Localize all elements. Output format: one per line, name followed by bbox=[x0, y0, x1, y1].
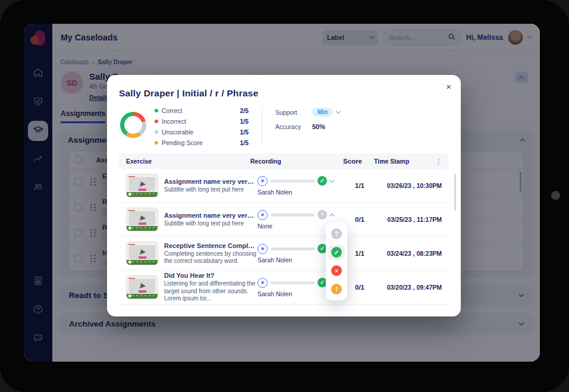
chevron-down-icon[interactable] bbox=[329, 177, 334, 182]
score-value: 0/1 bbox=[347, 216, 373, 223]
table-header: Exercise Recording Score Time Stamp ⋮ bbox=[119, 153, 449, 169]
status-option-pending[interactable]: ! bbox=[328, 282, 345, 296]
legend-dot bbox=[155, 109, 158, 112]
timestamp: 03/24/23 , 08:23PM bbox=[373, 250, 442, 257]
score-status-dropdown: ? ✓ × ! bbox=[326, 222, 347, 300]
status-option-correct[interactable]: ✓ bbox=[328, 245, 345, 259]
close-icon[interactable]: × bbox=[446, 82, 451, 91]
support-label: Support bbox=[275, 109, 312, 116]
play-button[interactable] bbox=[257, 278, 268, 288]
accuracy-value: 50% bbox=[312, 123, 325, 130]
exercise-thumbnail bbox=[126, 208, 158, 231]
modal-table-scrollbar[interactable] bbox=[454, 174, 456, 211]
kebab-menu-icon[interactable]: ⋮ bbox=[435, 158, 442, 165]
status-option-incorrect[interactable]: × bbox=[328, 264, 345, 278]
exercise-thumbnail bbox=[126, 275, 158, 299]
support-value-pill[interactable]: Min bbox=[312, 108, 333, 117]
score-donut-chart bbox=[120, 112, 146, 138]
score-detail-modal: × Sally Draper | Initial / r / Phrase Co… bbox=[107, 75, 461, 316]
legend-dot bbox=[155, 120, 158, 123]
modal-title: Sally Draper | Initial / r / Phrase bbox=[119, 88, 449, 99]
play-button[interactable] bbox=[257, 244, 268, 254]
exercise-row[interactable]: Did You Hear It?Listening for and differ… bbox=[119, 271, 449, 305]
score-legend: Correct2/5 Incorrect1/5 Unscorable1/5 Pe… bbox=[155, 107, 249, 146]
score-value: 1/1 bbox=[347, 182, 373, 189]
status-badge[interactable]: ✓ bbox=[317, 176, 327, 186]
legend-dot bbox=[155, 130, 158, 134]
frame-side-dot bbox=[551, 191, 560, 200]
exercise-thumbnail bbox=[126, 242, 158, 265]
summary-divider bbox=[262, 107, 262, 146]
status-option-unscorable[interactable]: ? bbox=[328, 227, 345, 241]
progress-bar[interactable] bbox=[271, 214, 315, 217]
exercise-row[interactable]: Assignment name very very vey long h....… bbox=[119, 203, 449, 237]
status-badge[interactable]: ? bbox=[317, 210, 327, 219]
legend-dot bbox=[155, 141, 158, 145]
timestamp: 03/20/23 , 09:47PM bbox=[373, 284, 442, 291]
play-button[interactable] bbox=[257, 210, 268, 220]
chevron-up-icon[interactable] bbox=[329, 213, 334, 218]
play-button[interactable] bbox=[257, 176, 268, 186]
exercise-thumbnail bbox=[126, 174, 158, 197]
progress-bar[interactable] bbox=[271, 247, 315, 250]
recorder-name: Sarah Nolen bbox=[257, 189, 347, 196]
progress-bar[interactable] bbox=[271, 180, 315, 183]
timestamp: 03/25/23 , 11:17PM bbox=[373, 216, 442, 223]
score-value: 1/1 bbox=[347, 250, 373, 257]
score-value: 0/1 bbox=[347, 284, 373, 291]
exercise-row[interactable]: Assignment name very very vey long here.… bbox=[119, 169, 449, 203]
progress-bar[interactable] bbox=[271, 281, 315, 284]
exercise-table: Exercise Recording Score Time Stamp ⋮ As… bbox=[119, 153, 449, 305]
score-summary: Correct2/5 Incorrect1/5 Unscorable1/5 Pe… bbox=[119, 107, 449, 146]
timestamp: 03/26/23 , 10:30PM bbox=[373, 182, 442, 189]
chevron-down-icon[interactable] bbox=[336, 109, 341, 114]
exercise-row[interactable]: Receptive Sentence CompletionCompleting … bbox=[119, 237, 449, 271]
accuracy-label: Accuracy bbox=[275, 123, 312, 130]
